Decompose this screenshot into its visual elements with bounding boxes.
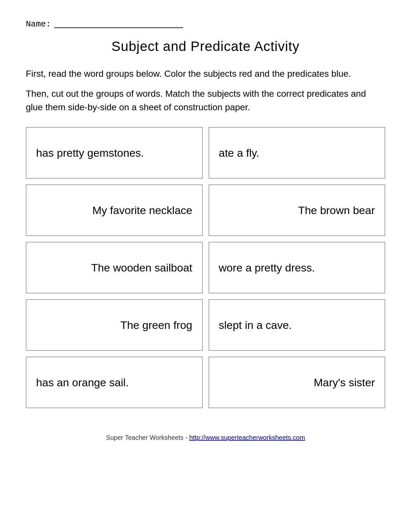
footer-label: Super Teacher Worksheets - (106, 434, 189, 441)
footer: Super Teacher Worksheets - http://www.su… (26, 428, 385, 441)
instruction-paragraph-1: First, read the word groups below. Color… (26, 67, 385, 81)
name-label: Name: (26, 19, 51, 29)
instructions: First, read the word groups below. Color… (26, 67, 385, 114)
card-item: My favorite necklace (26, 184, 203, 236)
instruction-paragraph-2: Then, cut out the groups of words. Match… (26, 87, 385, 114)
footer-link[interactable]: http://www.superteacherworksheets.com (189, 434, 305, 441)
card-item: has pretty gemstones. (26, 127, 203, 179)
card-item: has an orange sail. (26, 357, 203, 408)
card-item: slept in a cave. (209, 299, 386, 351)
card-item: The brown bear (209, 184, 386, 236)
page-title: Subject and Predicate Activity (26, 39, 385, 54)
cards-grid: has pretty gemstones.ate a fly.My favori… (26, 127, 385, 408)
card-item: wore a pretty dress. (209, 242, 386, 293)
name-row: Name: (26, 19, 385, 29)
name-input-line[interactable] (54, 20, 183, 28)
card-item: The green frog (26, 299, 203, 351)
card-item: Mary's sister (209, 357, 386, 408)
card-item: The wooden sailboat (26, 242, 203, 293)
card-item: ate a fly. (209, 127, 386, 179)
